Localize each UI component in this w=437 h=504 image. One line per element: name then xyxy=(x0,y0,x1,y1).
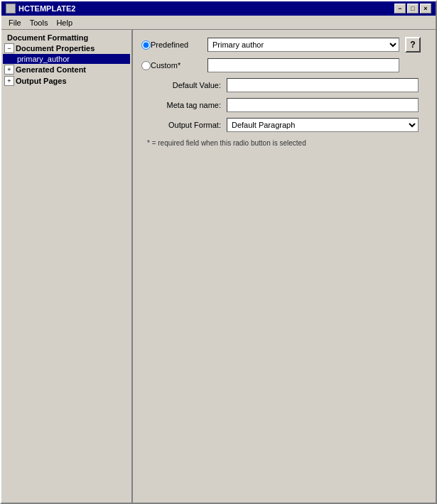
default-value-label: Default Value: xyxy=(141,81,227,89)
menu-help[interactable]: Help xyxy=(52,17,77,28)
default-value-input[interactable] xyxy=(227,78,419,92)
titlebar-title: HCTEMPLATE2 xyxy=(6,4,75,13)
required-field-note: * = required field when this radio butto… xyxy=(141,139,427,147)
titlebar: HCTEMPLATE2 − □ × xyxy=(1,1,436,16)
close-button[interactable]: × xyxy=(420,4,431,13)
output-format-select[interactable]: Default Paragraph Heading 1 Heading 2 He… xyxy=(227,118,419,132)
app-icon xyxy=(6,4,16,13)
custom-input[interactable] xyxy=(207,58,399,72)
sidebar-item-generated-content[interactable]: + Generated Content xyxy=(3,64,130,75)
expand-doc-properties[interactable]: − xyxy=(4,43,14,53)
custom-row: Custom* xyxy=(141,58,427,72)
meta-tag-row: Meta tag name: xyxy=(141,98,427,112)
sidebar-item-doc-properties[interactable]: − Document Properties xyxy=(3,43,130,54)
help-button[interactable]: ? xyxy=(405,37,421,53)
custom-radio-label[interactable]: Custom* xyxy=(151,61,207,70)
titlebar-controls: − □ × xyxy=(394,4,431,13)
menu-file[interactable]: File xyxy=(4,17,26,28)
sidebar: Document Formatting − Document Propertie… xyxy=(1,30,133,503)
window-title: HCTEMPLATE2 xyxy=(18,4,75,13)
output-format-label: Output Format: xyxy=(141,121,227,129)
predefined-row: Predefined Primary author Secondary auth… xyxy=(141,37,427,53)
output-format-row: Output Format: Default Paragraph Heading… xyxy=(141,118,427,132)
maximize-button[interactable]: □ xyxy=(407,4,419,13)
expand-output-pages[interactable]: + xyxy=(4,76,14,86)
main-content: Document Formatting − Document Propertie… xyxy=(1,30,436,503)
sidebar-item-output-pages[interactable]: + Output Pages xyxy=(3,75,130,87)
predefined-radio[interactable] xyxy=(141,40,151,50)
sidebar-item-doc-formatting[interactable]: Document Formatting xyxy=(3,33,130,43)
menubar: File Tools Help xyxy=(1,16,436,30)
sidebar-item-primary-author[interactable]: primary_author xyxy=(3,54,130,64)
meta-tag-label: Meta tag name: xyxy=(141,101,227,109)
expand-generated-content[interactable]: + xyxy=(4,65,14,75)
main-window: HCTEMPLATE2 − □ × File Tools Help Docume… xyxy=(0,0,437,504)
custom-radio[interactable] xyxy=(141,61,151,70)
predefined-radio-label[interactable]: Predefined xyxy=(151,40,207,49)
right-panel: Predefined Primary author Secondary auth… xyxy=(133,30,436,503)
meta-tag-input[interactable] xyxy=(227,98,419,112)
default-value-row: Default Value: xyxy=(141,78,427,92)
predefined-dropdown-container: Primary author Secondary author Author T… xyxy=(207,37,421,53)
predefined-select[interactable]: Primary author Secondary author Author T… xyxy=(207,38,399,52)
menu-tools[interactable]: Tools xyxy=(26,17,53,28)
minimize-button[interactable]: − xyxy=(394,4,406,13)
